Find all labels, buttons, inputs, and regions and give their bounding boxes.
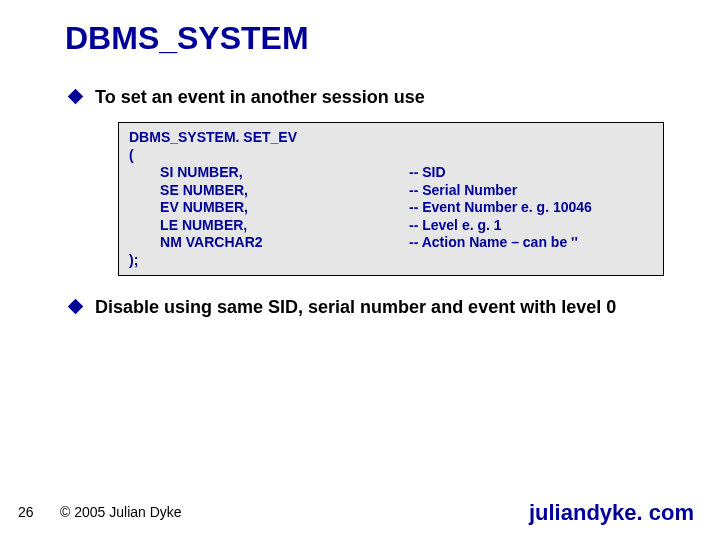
site-url: juliandyke. com [529, 500, 694, 526]
copyright: © 2005 Julian Dyke [60, 504, 182, 520]
code-param: SI NUMBER, [129, 164, 409, 182]
slide-title: DBMS_SYSTEM [65, 20, 309, 57]
code-comment: -- Serial Number [409, 182, 517, 200]
code-comment: -- Action Name – can be '' [409, 234, 578, 252]
bullet-2: Disable using same SID, serial number an… [70, 296, 690, 319]
diamond-icon [68, 299, 84, 315]
page-number: 26 [18, 504, 34, 520]
code-param: LE NUMBER, [129, 217, 409, 235]
code-line: ); [129, 252, 409, 270]
code-comment: -- SID [409, 164, 446, 182]
code-line: ( [129, 147, 409, 165]
bullet-2-text: Disable using same SID, serial number an… [95, 296, 616, 319]
code-box: DBMS_SYSTEM. SET_EV ( SI NUMBER, -- SID … [118, 122, 664, 276]
code-line: DBMS_SYSTEM. SET_EV [129, 129, 409, 147]
slide: DBMS_SYSTEM To set an event in another s… [0, 0, 720, 540]
code-param: NM VARCHAR2 [129, 234, 409, 252]
diamond-icon [68, 89, 84, 105]
code-param: EV NUMBER, [129, 199, 409, 217]
code-param: SE NUMBER, [129, 182, 409, 200]
bullet-1-text: To set an event in another session use [95, 86, 425, 109]
code-comment: -- Event Number e. g. 10046 [409, 199, 592, 217]
bullet-1: To set an event in another session use [70, 86, 425, 109]
code-comment: -- Level e. g. 1 [409, 217, 502, 235]
